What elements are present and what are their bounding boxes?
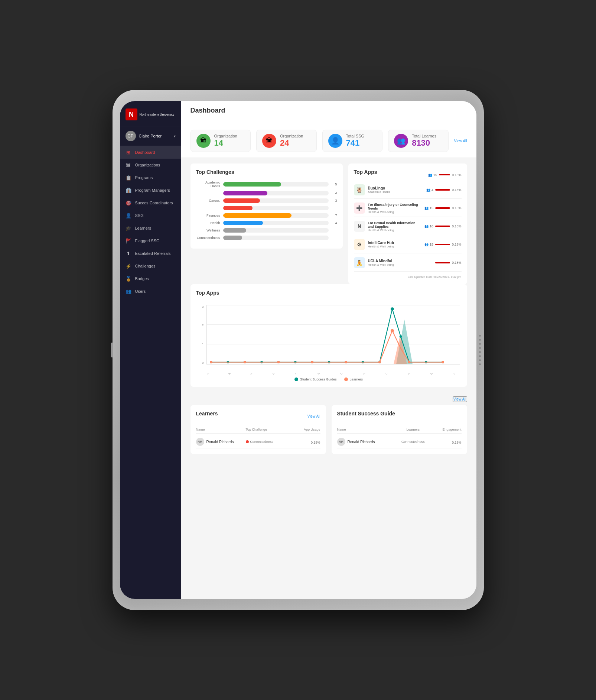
chart-svg xyxy=(207,305,460,364)
learners-col-headers: Name Top Challenge App Usage xyxy=(196,426,320,434)
svg-point-24 xyxy=(442,361,444,363)
user-profile[interactable]: CP Claire Porter ▾ xyxy=(120,126,181,146)
sidebar-item-programs[interactable]: 📋 Programs xyxy=(120,171,181,184)
nav-label: Organizations xyxy=(135,163,160,167)
challenge-bar xyxy=(223,228,246,233)
challenge-bar xyxy=(223,198,260,203)
sidebar-item-ssg[interactable]: 👤 SSG xyxy=(120,209,181,222)
challenge-bar-container xyxy=(223,198,329,203)
stat-value-ssg: 741 xyxy=(346,138,365,148)
learners-legend-dot xyxy=(344,377,348,381)
app-bar-mini xyxy=(435,207,450,209)
stat-value-org1: 14 xyxy=(214,138,237,148)
challenge-bar-container xyxy=(223,206,329,210)
challenge-bar xyxy=(223,191,267,195)
learner-pct: 0.18% xyxy=(311,441,320,444)
university-name: Northeastern University xyxy=(140,113,175,117)
avatar: RR xyxy=(337,438,345,446)
sidebar-item-program-managers[interactable]: 👔 Program Managers xyxy=(120,184,181,197)
top-pct: 0.18% xyxy=(452,173,462,177)
app-item: 🦉 DuoLingo Academic Habits 👥 4 0.18% xyxy=(354,184,462,199)
dashboard-header: Dashboard xyxy=(181,101,476,124)
sidebar-item-learners[interactable]: 🎓 Learners xyxy=(120,222,181,234)
ssg-legend-label: Student Success Guides xyxy=(300,377,337,381)
last-updated: Last Updated Date :08/24/2021, 1:42 pm xyxy=(354,275,462,279)
chart-section: Top Apps 3 2 1 0 xyxy=(190,284,467,387)
app-category: Health & Well-being xyxy=(368,229,422,232)
app-bar-mini xyxy=(435,244,450,245)
challenge-count: 7 xyxy=(332,214,337,217)
nav-label: Flagged SSG xyxy=(135,239,160,243)
nav-icon: 🚩 xyxy=(126,238,131,244)
learners-legend-label: Learners xyxy=(350,377,363,381)
ssg-pct: 0.18% xyxy=(452,441,462,444)
sidebar-item-users[interactable]: 👥 Users xyxy=(120,285,181,298)
challenge-count: 3 xyxy=(332,199,337,202)
svg-point-19 xyxy=(311,361,313,363)
learners-view-all-button[interactable]: View All xyxy=(307,414,320,418)
nav-label: Users xyxy=(135,289,146,294)
nav-label: Challenges xyxy=(135,264,156,268)
sidebar-item-badges[interactable]: 🏅 Badges xyxy=(120,272,181,285)
challenge-bar xyxy=(223,182,281,187)
nav-icon: 🎓 xyxy=(126,225,131,231)
challenge-bar xyxy=(223,221,263,225)
learner-name: Ronald Richards xyxy=(206,440,234,444)
challenge-row: AcademicHabits 5 xyxy=(196,181,337,188)
x-label: 11 Aug xyxy=(294,373,301,375)
chart-area: 3 2 1 0 xyxy=(196,301,462,376)
sidebar-item-succes-coordinators[interactable]: 🎯 Succes Coordinators xyxy=(120,197,181,209)
learners-table: Learners View All Name Top Challenge App… xyxy=(190,405,326,454)
nav-icon: 👔 xyxy=(126,187,131,193)
x-label: 22 Aug xyxy=(407,373,414,375)
stat-label-ssg: Total SSG xyxy=(346,134,365,138)
sidebar-item-escalated-referrals[interactable]: ⬆ Escalated Referrals xyxy=(120,247,181,260)
svg-point-16 xyxy=(209,361,212,363)
avatar: RR xyxy=(196,438,204,446)
stats-row: 🏛 Organization 14 🏛 Organization 24 👤 xyxy=(181,124,476,158)
nav-label: SSG xyxy=(135,213,144,218)
chart-legend: Student Success Guides Learners xyxy=(196,377,462,381)
user-name: Claire Porter xyxy=(139,134,162,138)
stat-label-org2: Organization xyxy=(280,134,303,138)
ssg-col-learners: Learners xyxy=(392,428,434,431)
x-label: 19 Aug xyxy=(340,373,346,375)
app-category: Academic Habits xyxy=(368,190,424,194)
stat-value-org2: 24 xyxy=(280,138,303,148)
x-label: 15 Aug xyxy=(317,373,323,375)
app-name: For Sexual Health Information and Suppli… xyxy=(368,221,422,229)
challenge-row: Connectedness xyxy=(196,236,337,240)
nav-icon: 🏛 xyxy=(126,162,131,168)
learners-icon: 👥 xyxy=(394,134,408,148)
nav-icon: 🎯 xyxy=(126,200,131,206)
x-label: 20 Aug xyxy=(362,373,369,375)
legend-ssg: Student Success Guides xyxy=(294,377,337,381)
ssg-icon: 👤 xyxy=(328,134,342,148)
challenge-bar-container xyxy=(223,221,329,225)
sidebar-item-organizations[interactable]: 🏛 Organizations xyxy=(120,159,181,171)
challenge-count: 5 xyxy=(332,182,337,186)
chart-view-all-button[interactable]: View All xyxy=(453,396,467,402)
sidebar-item-flagged-ssg[interactable]: 🚩 Flagged SSG xyxy=(120,234,181,247)
stat-label-org1: Organization xyxy=(214,134,237,138)
app-users: 👥 4 xyxy=(426,188,433,192)
challenge-row: 4 xyxy=(196,191,337,195)
learners-title: Learners xyxy=(196,411,218,417)
ucla-mindful-icon: 🧘 xyxy=(354,257,365,268)
nav-label: Programs xyxy=(135,175,153,180)
app-name: For Illness/Injury or Counseling Needs xyxy=(368,203,422,210)
challenge-bar xyxy=(223,206,253,210)
view-all-button[interactable]: View All xyxy=(454,130,467,152)
nav-icon: 🏅 xyxy=(126,276,131,282)
sidebar-item-challenges[interactable]: ⚡ Challenges xyxy=(120,260,181,272)
app-users: 👥 15 xyxy=(424,206,433,210)
tablet-screen: N Northeastern University CP Claire Port… xyxy=(120,101,476,599)
sidebar-item-dashboard[interactable]: ⊞ Dashboard xyxy=(120,146,181,159)
svg-point-20 xyxy=(345,361,347,363)
challenge-label: Wellness xyxy=(196,229,220,232)
chart-view-all-container: View All xyxy=(181,392,476,405)
learners-col-usage: App Usage xyxy=(296,428,320,431)
nav-label: Escalated Referrals xyxy=(135,251,171,256)
top-users-count: 👥 15 xyxy=(428,173,437,177)
ssg-challenge: Connectedness xyxy=(401,440,425,444)
